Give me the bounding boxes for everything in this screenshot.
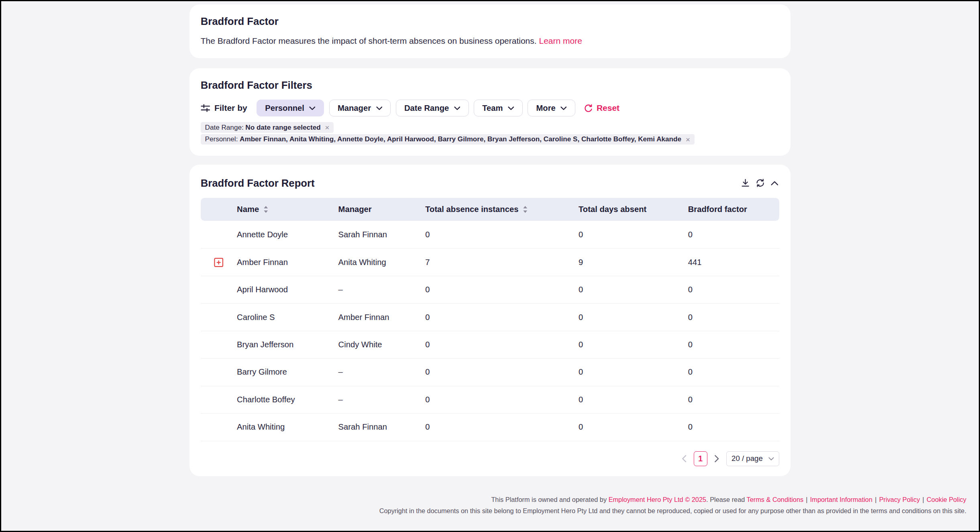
page-title: Bradford Factor [201, 16, 780, 27]
cell-total-days-absent: 0 [579, 276, 688, 303]
column-header-bradford-factor: Bradford factor [688, 198, 780, 221]
cell-total-absence-instances: 0 [425, 304, 579, 331]
cell-manager: Anita Whiting [338, 249, 426, 276]
table-row: Amber Finnan Anita Whiting 7 9 441 [201, 249, 780, 276]
expand-cell [201, 276, 237, 303]
chip-value: Amber Finnan, Anita Whiting, Annette Doy… [240, 135, 681, 143]
intro-card: Bradford Factor The Bradford Factor meas… [189, 4, 791, 58]
chevron-down-icon [560, 106, 567, 110]
column-header-label: Total absence instances [425, 205, 518, 214]
cell-name: Amber Finnan [237, 249, 338, 276]
main-content: Bradford Factor The Bradford Factor meas… [189, 4, 791, 476]
download-button[interactable] [740, 177, 752, 189]
learn-more-link[interactable]: Learn more [539, 36, 582, 45]
filter-dropdown-button[interactable]: Personnel [257, 100, 324, 116]
filter-button-label: More [536, 104, 555, 113]
footer-text: This Platform is owned and operated by [491, 496, 608, 503]
plus-icon [214, 258, 223, 267]
cell-total-days-absent: 0 [579, 331, 688, 358]
cell-bradford-factor: 0 [688, 304, 780, 331]
pagination-page-button[interactable]: 1 [694, 451, 707, 466]
cell-bradford-factor: 0 [688, 414, 780, 441]
expand-cell [201, 221, 237, 248]
cell-manager: – [338, 276, 426, 303]
refresh-button[interactable] [754, 177, 766, 189]
filter-button-label: Personnel [265, 104, 304, 113]
page-size-value: 20 / page [731, 454, 763, 463]
collapse-button[interactable] [769, 180, 779, 187]
filter-button-label: Date Range [404, 104, 449, 113]
cell-total-absence-instances: 0 [425, 276, 579, 303]
column-header-label: Total days absent [579, 205, 646, 214]
filter-dropdown-button[interactable]: Team [474, 100, 523, 116]
pagination-prev-button[interactable] [680, 454, 688, 464]
cell-total-days-absent: 0 [579, 359, 688, 386]
expand-row-button[interactable] [214, 258, 223, 267]
footer: This Platform is owned and operated by E… [379, 494, 966, 516]
terms-and-conditions-link[interactable]: Terms & Conditions [747, 496, 804, 503]
cell-bradford-factor: 0 [688, 359, 780, 386]
report-card: Bradford Factor Report [189, 165, 791, 476]
expand-cell [201, 414, 237, 441]
sort-icon[interactable] [523, 206, 528, 213]
filters-title: Bradford Factor Filters [201, 79, 780, 91]
chevron-down-icon [309, 106, 316, 110]
cell-name: April Harwood [237, 276, 338, 303]
cell-manager: Sarah Finnan [338, 414, 426, 441]
report-actions [740, 177, 780, 189]
column-header-total-absence-instances[interactable]: Total absence instances [425, 198, 579, 221]
column-header-manager: Manager [338, 198, 426, 221]
cell-manager: – [338, 359, 426, 386]
reset-button[interactable]: Reset [584, 103, 619, 113]
close-icon[interactable]: × [686, 136, 690, 143]
column-header-total-days-absent: Total days absent [579, 198, 688, 221]
important-information-link[interactable]: Important Information [810, 496, 872, 503]
chevron-left-icon [682, 455, 687, 463]
cell-total-days-absent: 0 [579, 304, 688, 331]
sort-icon[interactable] [263, 206, 268, 213]
close-icon[interactable]: × [325, 124, 330, 131]
chevron-up-icon [771, 181, 778, 185]
intro-description: The Bradford Factor measures the impact … [201, 36, 780, 46]
filter-by-label: Filter by [201, 103, 247, 113]
expand-cell [201, 304, 237, 331]
filter-row: Filter by Personnel Manager [201, 100, 780, 116]
chevron-down-icon [376, 106, 383, 110]
filter-button-label: Team [482, 104, 503, 113]
footer-legal-line: This Platform is owned and operated by E… [379, 494, 966, 505]
table-row: Caroline S Amber Finnan 0 0 0 [201, 304, 780, 331]
reset-label: Reset [597, 103, 619, 113]
refresh-icon [756, 178, 765, 188]
cell-total-days-absent: 9 [579, 249, 688, 276]
cell-manager: Amber Finnan [338, 304, 426, 331]
cell-manager: – [338, 386, 426, 413]
cell-bradford-factor: 0 [688, 276, 780, 303]
column-header-label: Name [237, 205, 259, 214]
table-body: Annette Doyle Sarah Finnan 0 0 0 [201, 221, 780, 441]
filter-dropdown-button[interactable]: More [528, 100, 575, 116]
expand-cell [201, 331, 237, 358]
column-header-name[interactable]: Name [237, 198, 338, 221]
filter-dropdown-button[interactable]: Date Range [396, 100, 469, 116]
chevron-right-icon [714, 455, 719, 463]
filters-card: Bradford Factor Filters Filter by [189, 68, 791, 156]
filter-chip-personnel: Personnel: Amber Finnan, Anita Whiting, … [201, 134, 695, 145]
cell-name: Barry Gilmore [237, 359, 338, 386]
filter-chip-date-range: Date Range: No date range selected × [201, 122, 334, 132]
cell-bradford-factor: 0 [688, 386, 780, 413]
sliders-icon [201, 104, 210, 112]
cell-name: Anita Whiting [237, 414, 338, 441]
table-row: Charlotte Boffey – 0 0 0 [201, 386, 780, 413]
cell-bradford-factor: 0 [688, 221, 780, 248]
cell-total-absence-instances: 0 [425, 414, 579, 441]
chip-label: Personnel: [205, 135, 238, 143]
pagination-next-button[interactable] [713, 454, 721, 464]
active-filter-chips: Date Range: No date range selected × Per… [201, 122, 780, 145]
employment-hero-link[interactable]: Employment Hero Pty Ltd © 2025 [609, 496, 706, 503]
cookie-policy-link[interactable]: Cookie Policy [927, 496, 966, 503]
cell-total-days-absent: 0 [579, 221, 688, 248]
filter-dropdown-button[interactable]: Manager [329, 100, 391, 116]
cell-total-days-absent: 0 [579, 414, 688, 441]
page-size-select[interactable]: 20 / page [726, 451, 780, 466]
privacy-policy-link[interactable]: Privacy Policy [879, 496, 920, 503]
